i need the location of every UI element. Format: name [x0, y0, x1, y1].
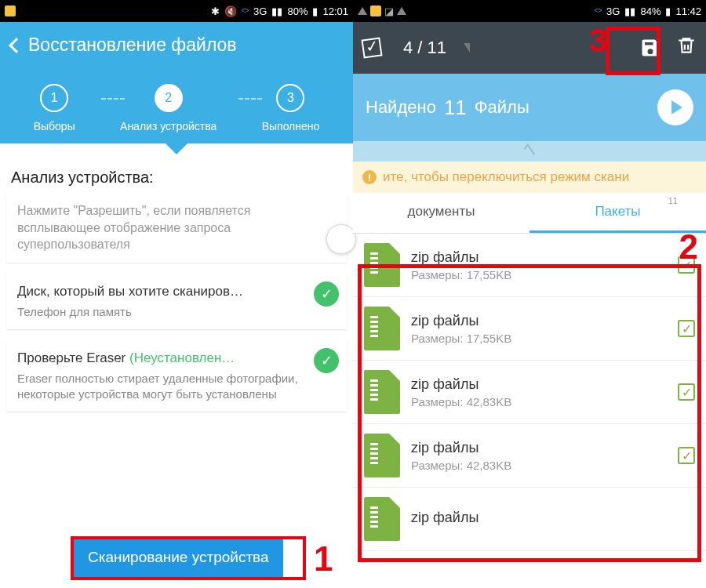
tab-documents[interactable]: документы: [353, 193, 530, 233]
app-indicator-icon: [5, 5, 16, 16]
statusbar-right: ◪ ⌔ 3G ▮▮ 84% ▮ 11:42: [353, 0, 706, 22]
info-list: Нажмите "Разрешить", если появляется всп…: [0, 193, 353, 412]
info-icon: !: [362, 170, 377, 184]
annotation-number-2: 2: [679, 227, 698, 267]
annotation-box-1: [71, 536, 306, 580]
card-subtitle: Eraser полностью стирает удаленные фотог…: [17, 371, 309, 403]
battery-icon: ▮: [665, 5, 671, 17]
card-disk[interactable]: Диск, который вы хотите сканиров… Телефо…: [6, 274, 347, 329]
tab-badge: 11: [668, 196, 678, 205]
check-icon: ✓: [314, 348, 339, 373]
step-number: 2: [155, 84, 183, 112]
card-title-status: (Неустановлен…: [129, 350, 235, 365]
card-eraser[interactable]: Проверьте Eraser (Неустановлен… Eraser п…: [6, 340, 347, 412]
app-indicator-icon: [370, 5, 381, 16]
card-title: Проверьте Eraser (Неустановлен…: [17, 350, 309, 368]
warning-icon: [397, 7, 406, 15]
wifi-icon: ⌔: [595, 5, 602, 18]
tab-label: документы: [408, 204, 475, 219]
card-permission: Нажмите "Разрешить", если появляется всп…: [6, 193, 347, 263]
steps-row: 1 Выборы 2 Анализ устройства 3 Выполнено: [11, 70, 342, 143]
dropdown-icon[interactable]: [464, 43, 470, 53]
back-icon[interactable]: [9, 38, 24, 53]
step-1[interactable]: 1 Выборы: [34, 84, 75, 132]
pane-left: ✱ 🔇 ⌔ 3G ▮▮ 80% ▮ 12:01 Восстановление ф…: [0, 0, 353, 588]
annotation-number-1: 1: [314, 539, 333, 579]
page-title: Восстановление файлов: [28, 34, 237, 56]
notice-bar[interactable]: ! ите, чтобы переключиться режим скани: [353, 162, 706, 193]
floating-widget-icon[interactable]: [326, 224, 356, 254]
step-label: Выборы: [34, 120, 75, 132]
save-small-icon: ◪: [384, 5, 394, 17]
analysis-heading: Анализ устройства:: [0, 154, 353, 193]
check-icon: ✓: [314, 281, 339, 307]
step-divider: [101, 98, 125, 100]
found-row: Найдено 11 Файлы: [353, 74, 706, 141]
battery-percent: 84%: [640, 5, 661, 17]
bluetooth-icon: ✱: [211, 5, 220, 17]
found-label: Найдено: [366, 97, 436, 118]
delete-icon[interactable]: [676, 35, 697, 61]
mute-icon: 🔇: [224, 5, 237, 17]
battery-icon: ▮: [312, 5, 318, 17]
network-type: 3G: [253, 5, 267, 17]
signal-icon: ▮▮: [624, 5, 635, 17]
wifi-icon: ⌔: [242, 5, 249, 18]
file-name: zip файлы: [411, 249, 511, 266]
clock: 11:42: [675, 5, 701, 17]
selection-count: 4 / 11: [403, 38, 446, 58]
active-step-pointer-icon: [166, 143, 187, 154]
card-title-part: Проверьте Eraser: [17, 350, 129, 365]
card-text: Нажмите "Разрешить", если появляется всп…: [17, 202, 309, 253]
annotation-box-3: [606, 27, 661, 75]
select-all-icon[interactable]: [361, 37, 382, 58]
statusbar-left: ✱ 🔇 ⌔ 3G ▮▮ 80% ▮ 12:01: [0, 0, 353, 22]
play-button[interactable]: [657, 89, 693, 125]
step-2[interactable]: 2 Анализ устройства: [120, 84, 217, 132]
step-3[interactable]: 3 Выполнено: [262, 84, 320, 132]
annotation-box-2: [358, 264, 701, 562]
annotation-number-3: 3: [589, 22, 607, 60]
card-title: Диск, который вы хотите сканиров…: [17, 283, 309, 301]
chevron-up-icon: [524, 143, 535, 159]
step-label: Анализ устройства: [120, 120, 217, 132]
step-number: 1: [40, 84, 68, 112]
signal-icon: ▮▮: [271, 5, 282, 17]
tabs: документы Пакеты 11: [353, 193, 706, 234]
step-label: Выполнено: [262, 120, 320, 132]
battery-percent: 80%: [287, 5, 308, 17]
found-count: 11: [444, 96, 467, 120]
notice-text: ите, чтобы переключиться режим скани: [383, 169, 629, 185]
header-left: Восстановление файлов 1 Выборы 2 Анализ …: [0, 22, 353, 143]
step-number: 3: [276, 84, 304, 112]
card-subtitle: Телефон для память: [17, 304, 309, 320]
tab-label: Пакеты: [595, 204, 640, 219]
step-divider: [238, 98, 262, 100]
collapse-handle[interactable]: [353, 141, 706, 162]
warning-icon: [358, 7, 367, 15]
network-type: 3G: [606, 5, 620, 17]
clock: 12:01: [322, 5, 348, 17]
found-label-b: Файлы: [475, 97, 530, 118]
